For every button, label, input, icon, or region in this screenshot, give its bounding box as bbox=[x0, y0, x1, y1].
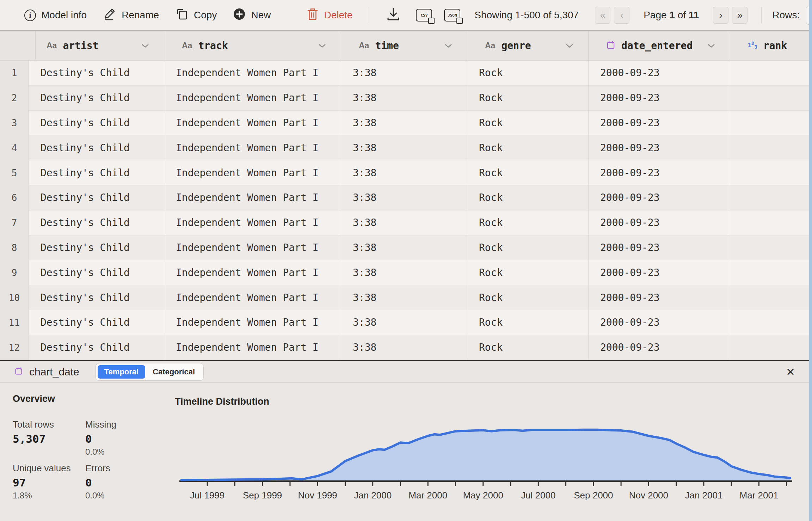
column-header-rank[interactable]: 123 rank bbox=[730, 31, 809, 60]
column-header-genre[interactable]: Aa genre bbox=[467, 31, 589, 60]
cell-date_entered[interactable]: 2000-09-23 bbox=[589, 260, 730, 285]
cell-date_entered[interactable]: 2000-09-23 bbox=[589, 335, 730, 360]
cell-time[interactable]: 3:38 bbox=[341, 310, 467, 335]
cell-time[interactable]: 3:38 bbox=[341, 335, 467, 360]
cell-genre[interactable]: Rock bbox=[467, 260, 589, 285]
prev-page-button[interactable]: ‹ bbox=[614, 7, 629, 24]
cell-track[interactable]: Independent Women Part I bbox=[164, 285, 341, 310]
model-info-button[interactable]: i Model info bbox=[24, 10, 87, 21]
cell-genre[interactable]: Rock bbox=[467, 160, 589, 185]
cell-genre[interactable]: Rock bbox=[467, 185, 589, 210]
cell-artist[interactable]: Destiny's Child bbox=[29, 111, 164, 136]
cell-artist[interactable]: Destiny's Child bbox=[29, 135, 164, 160]
cell-rank[interactable] bbox=[730, 135, 809, 160]
cell-track[interactable]: Independent Women Part I bbox=[164, 160, 341, 185]
chevron-down-icon[interactable] bbox=[707, 44, 715, 48]
cell-rank[interactable] bbox=[730, 285, 809, 310]
cell-track[interactable]: Independent Women Part I bbox=[164, 135, 341, 160]
toggle-temporal[interactable]: Temporal bbox=[98, 365, 145, 379]
row-number[interactable]: 3 bbox=[0, 111, 29, 136]
cell-time[interactable]: 3:38 bbox=[341, 235, 467, 260]
row-number[interactable]: 2 bbox=[0, 86, 29, 111]
cell-artist[interactable]: Destiny's Child bbox=[29, 335, 164, 360]
cell-date_entered[interactable]: 2000-09-23 bbox=[589, 310, 730, 335]
cell-rank[interactable] bbox=[730, 310, 809, 335]
cell-time[interactable]: 3:38 bbox=[341, 111, 467, 136]
cell-time[interactable]: 3:38 bbox=[341, 260, 467, 285]
row-number[interactable]: 10 bbox=[0, 285, 29, 310]
cell-genre[interactable]: Rock bbox=[467, 285, 589, 310]
cell-time[interactable]: 3:38 bbox=[341, 160, 467, 185]
first-page-button[interactable]: « bbox=[595, 7, 610, 24]
cell-artist[interactable]: Destiny's Child bbox=[29, 285, 164, 310]
export-csv-button[interactable]: CSV bbox=[416, 9, 432, 22]
row-number[interactable]: 1 bbox=[0, 61, 29, 86]
copy-button[interactable]: Copy bbox=[175, 7, 217, 23]
cell-artist[interactable]: Destiny's Child bbox=[29, 86, 164, 111]
delete-button[interactable]: Delete bbox=[307, 7, 352, 23]
cell-genre[interactable]: Rock bbox=[467, 61, 589, 86]
row-number[interactable]: 5 bbox=[0, 160, 29, 185]
cell-track[interactable]: Independent Women Part I bbox=[164, 310, 341, 335]
chevron-down-icon[interactable] bbox=[141, 44, 149, 48]
cell-track[interactable]: Independent Women Part I bbox=[164, 61, 341, 86]
cell-track[interactable]: Independent Women Part I bbox=[164, 185, 341, 210]
cell-artist[interactable]: Destiny's Child bbox=[29, 235, 164, 260]
cell-artist[interactable]: Destiny's Child bbox=[29, 310, 164, 335]
cell-rank[interactable] bbox=[730, 61, 809, 86]
rename-button[interactable]: Rename bbox=[103, 7, 159, 23]
chevron-down-icon[interactable] bbox=[566, 44, 573, 48]
cell-date_entered[interactable]: 2000-09-23 bbox=[589, 61, 730, 86]
cell-track[interactable]: Independent Women Part I bbox=[164, 210, 341, 235]
row-number[interactable]: 8 bbox=[0, 235, 29, 260]
row-number[interactable]: 11 bbox=[0, 310, 29, 335]
cell-genre[interactable]: Rock bbox=[467, 235, 589, 260]
row-number[interactable]: 6 bbox=[0, 185, 29, 210]
cell-track[interactable]: Independent Women Part I bbox=[164, 335, 341, 360]
row-number[interactable]: 9 bbox=[0, 260, 29, 285]
cell-rank[interactable] bbox=[730, 160, 809, 185]
chevron-down-icon[interactable] bbox=[318, 44, 326, 48]
toggle-categorical[interactable]: Categorical bbox=[146, 365, 202, 379]
cell-date_entered[interactable]: 2000-09-23 bbox=[589, 235, 730, 260]
chevron-down-icon[interactable] bbox=[444, 44, 452, 48]
download-button[interactable] bbox=[386, 6, 401, 24]
cell-rank[interactable] bbox=[730, 111, 809, 136]
cell-genre[interactable]: Rock bbox=[467, 86, 589, 111]
cell-track[interactable]: Independent Women Part I bbox=[164, 111, 341, 136]
next-page-button[interactable]: › bbox=[713, 7, 728, 24]
last-page-button[interactable]: » bbox=[732, 7, 748, 24]
cell-date_entered[interactable]: 2000-09-23 bbox=[589, 135, 730, 160]
cell-rank[interactable] bbox=[730, 185, 809, 210]
column-header-track[interactable]: Aa track bbox=[164, 31, 341, 60]
cell-time[interactable]: 3:38 bbox=[341, 61, 467, 86]
cell-time[interactable]: 3:38 bbox=[341, 210, 467, 235]
cell-rank[interactable] bbox=[730, 235, 809, 260]
column-header-artist[interactable]: Aa artist bbox=[29, 31, 164, 60]
cell-time[interactable]: 3:38 bbox=[341, 285, 467, 310]
cell-genre[interactable]: Rock bbox=[467, 310, 589, 335]
cell-date_entered[interactable]: 2000-09-23 bbox=[589, 185, 730, 210]
cell-date_entered[interactable]: 2000-09-23 bbox=[589, 160, 730, 185]
column-header-time[interactable]: Aa time bbox=[341, 31, 467, 60]
cell-time[interactable]: 3:38 bbox=[341, 86, 467, 111]
cell-time[interactable]: 3:38 bbox=[341, 185, 467, 210]
cell-rank[interactable] bbox=[730, 210, 809, 235]
close-icon[interactable]: ✕ bbox=[786, 366, 795, 379]
row-number[interactable]: 4 bbox=[0, 135, 29, 160]
cell-genre[interactable]: Rock bbox=[467, 335, 589, 360]
cell-genre[interactable]: Rock bbox=[467, 111, 589, 136]
cell-rank[interactable] bbox=[730, 335, 809, 360]
cell-rank[interactable] bbox=[730, 260, 809, 285]
new-button[interactable]: New bbox=[233, 8, 271, 23]
cell-date_entered[interactable]: 2000-09-23 bbox=[589, 86, 730, 111]
cell-genre[interactable]: Rock bbox=[467, 135, 589, 160]
cell-date_entered[interactable]: 2000-09-23 bbox=[589, 111, 730, 136]
cell-rank[interactable] bbox=[730, 86, 809, 111]
cell-artist[interactable]: Destiny's Child bbox=[29, 260, 164, 285]
cell-track[interactable]: Independent Women Part I bbox=[164, 86, 341, 111]
cell-artist[interactable]: Destiny's Child bbox=[29, 61, 164, 86]
cell-date_entered[interactable]: 2000-09-23 bbox=[589, 285, 730, 310]
cell-track[interactable]: Independent Women Part I bbox=[164, 235, 341, 260]
cell-date_entered[interactable]: 2000-09-23 bbox=[589, 210, 730, 235]
